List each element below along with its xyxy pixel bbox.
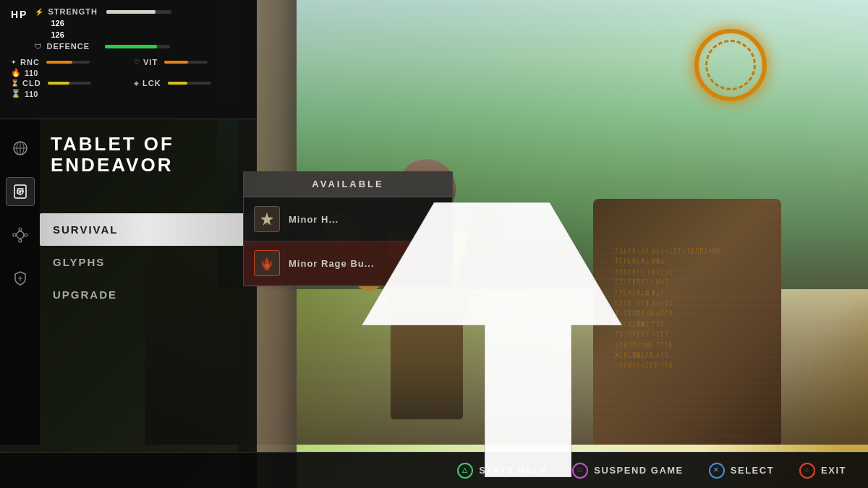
item-label-1: Minor Rage Bu... — [289, 258, 375, 269]
svg-point-14 — [25, 234, 27, 236]
svg-point-19 — [265, 264, 269, 268]
svg-point-10 — [17, 231, 24, 239]
tablet-runes: ᚠᚢᚦᚨᚱᚲᚷᚹ ᚺᚾᛁᛃᛇᛈᛉᛊᛏᛒᛖᛗᛚᛜᛞᛟ ᛠᚪᚫᚣᚸᚳᚻᛦ ᛥᛤᛣ ᚠ… — [604, 235, 778, 437]
stats-help-label: STATS HELP — [479, 465, 547, 476]
defence-label: DEFENCE — [46, 42, 101, 51]
square-button[interactable]: □ — [572, 463, 588, 479]
rnc-label: RNC — [20, 58, 40, 67]
lck-label: LCK — [142, 79, 161, 87]
select-label: SELECT — [731, 465, 774, 476]
hp-label: HP — [11, 7, 27, 20]
cross-button[interactable]: ✕ — [709, 463, 725, 479]
lck-icon: ◈ — [134, 80, 139, 87]
action-exit[interactable]: ○ EXIT — [799, 463, 846, 479]
cld-icon: ⏳ — [11, 80, 19, 87]
item-label-0: Minor H... — [289, 214, 339, 225]
rnc-values: 🔥 110 — [11, 68, 123, 77]
action-stats-help[interactable]: △ STATS HELP — [457, 463, 547, 479]
title-area: TABLET OF ENDEAVOR — [40, 119, 257, 186]
tablet-glyph-inner — [705, 40, 756, 90]
menu-item-glyphs[interactable]: GLYPHS — [40, 246, 257, 278]
vit-stat: ♡ VIT — [134, 58, 246, 67]
hp-max: 126 — [51, 30, 64, 39]
svg-point-12 — [19, 239, 22, 242]
action-select[interactable]: ✕ SELECT — [709, 463, 774, 479]
page-title: TABLET OF ENDEAVOR — [51, 134, 246, 175]
vit-spacer — [134, 68, 246, 77]
stats-section: HP ⚡ STRENGTH 126 126 — [0, 0, 257, 119]
lck-stat: ◈ LCK — [134, 79, 246, 87]
menu-item-upgrade[interactable]: UPGRADE — [40, 278, 257, 311]
cld-label: CLD — [22, 79, 41, 87]
tab-icon-map[interactable] — [6, 134, 35, 163]
circle-button[interactable]: ○ — [799, 463, 815, 479]
action-suspend-game[interactable]: □ SUSPEND GAME — [572, 463, 683, 479]
available-item-1[interactable]: Minor Rage Bu... — [244, 241, 452, 286]
defence-icon: 🛡 — [35, 43, 42, 51]
rnc-icon: ✦ — [11, 59, 17, 66]
left-panel: HP ⚡ STRENGTH 126 126 — [0, 0, 257, 488]
rnc-stat: ✦ RNC — [11, 58, 123, 67]
vit-icon: ♡ — [134, 59, 140, 66]
available-item-0[interactable]: Minor H... — [244, 197, 452, 241]
svg-point-11 — [19, 228, 22, 231]
cld-values: ⏳ 110 — [11, 89, 123, 98]
tab-icon-skills[interactable] — [6, 221, 35, 249]
svg-point-9 — [19, 191, 21, 193]
cld-stat: ⏳ CLD — [11, 79, 123, 87]
menu-list: SURVIVAL GLYPHS UPGRADE — [40, 213, 257, 311]
available-header: AVAILABLE — [244, 171, 452, 197]
suspend-game-label: SUSPEND GAME — [594, 465, 683, 476]
item-icon-1 — [254, 250, 280, 276]
strength-icon: ⚡ — [35, 8, 43, 16]
svg-point-13 — [13, 234, 16, 236]
tab-icon-armor[interactable] — [6, 264, 35, 293]
menu-item-survival[interactable]: SURVIVAL — [40, 213, 257, 246]
bottom-bar: △ STATS HELP □ SUSPEND GAME ✕ SELECT ○ E… — [0, 452, 868, 488]
tab-icons-column — [0, 119, 40, 445]
strength-label: STRENGTH — [48, 7, 102, 16]
tab-icon-tablet[interactable] — [6, 177, 35, 206]
vit-label: VIT — [143, 58, 158, 67]
exit-label: EXIT — [821, 465, 846, 476]
available-panel: AVAILABLE Minor H... Minor Rage Bu... — [243, 171, 453, 286]
hp-current: 126 — [51, 19, 64, 27]
triangle-button[interactable]: △ — [457, 463, 473, 479]
item-icon-0 — [254, 206, 280, 232]
